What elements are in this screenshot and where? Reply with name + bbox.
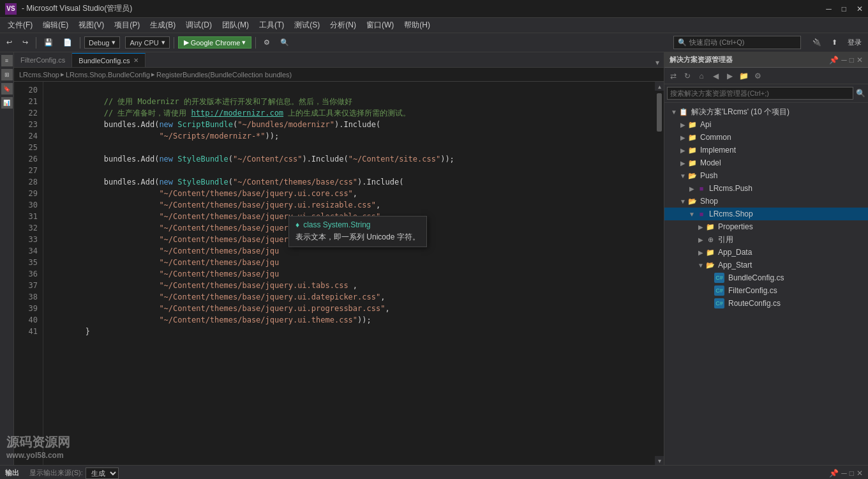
- forward-btn[interactable]: ▶: [723, 70, 736, 82]
- tab-close-icon[interactable]: ✕: [133, 57, 138, 64]
- vs-icon: VS: [5, 3, 17, 15]
- editor-area: FilterConfig.cs BundleConfig.cs ✕ ▾ LRcm…: [14, 52, 664, 465]
- properties-btn[interactable]: ⚙: [751, 70, 764, 82]
- tree-item-references[interactable]: ▶ ⊕ 引用: [664, 233, 868, 246]
- tree-item-push[interactable]: ▼ 📂 Push: [664, 169, 868, 182]
- menu-test[interactable]: 测试(S): [289, 19, 325, 32]
- output-minimize-btn[interactable]: ─: [841, 469, 847, 478]
- tree-item-shop[interactable]: ▼ 📂 Shop: [664, 195, 868, 208]
- output-source-select[interactable]: 生成 调试: [86, 468, 119, 479]
- project-icon: ■: [696, 183, 707, 194]
- menu-help[interactable]: 帮助(H): [399, 19, 435, 32]
- panel-maximize-btn[interactable]: □: [849, 56, 854, 65]
- output-close-btn[interactable]: ✕: [857, 469, 863, 478]
- home-btn[interactable]: ⌂: [695, 70, 708, 82]
- menu-team[interactable]: 团队(M): [217, 19, 254, 32]
- path-bar: LRcms.Shop ▸ LRcms.Shop.BundleConfig ▸ R…: [14, 68, 664, 82]
- menu-build[interactable]: 生成(B): [145, 19, 181, 32]
- tree-item-appdata[interactable]: ▶ 📁 App_Data: [664, 246, 868, 259]
- path-namespace[interactable]: LRcms.Shop: [19, 71, 59, 79]
- toolbar-new[interactable]: 📄: [59, 37, 76, 48]
- menu-project[interactable]: 项目(P): [109, 19, 145, 32]
- toolbar-misc1[interactable]: ⚙: [260, 37, 274, 48]
- code-line: "~/Content/themes/base/jquery.ui.core.cs…: [49, 188, 650, 199]
- debug-config-dropdown[interactable]: Debug ▾: [84, 36, 120, 49]
- tree-item-common[interactable]: ▶ 📁 Common: [664, 131, 868, 144]
- menu-analyze[interactable]: 分析(N): [325, 19, 361, 32]
- tree-item-api[interactable]: ▶ 📁 Api: [664, 118, 868, 131]
- cs-file-icon: C#: [714, 273, 724, 283]
- output-pin-btn[interactable]: 📌: [829, 469, 839, 478]
- menu-file[interactable]: 文件(F): [3, 19, 38, 32]
- tree-item-routeconfig[interactable]: C# RouteConfig.cs: [664, 297, 868, 310]
- scroll-up-btn[interactable]: ▴: [655, 82, 664, 91]
- run-button[interactable]: ▶ Google Chrome ▾: [178, 36, 252, 49]
- toolbar-redo[interactable]: ↪: [19, 37, 32, 48]
- folder-icon: 📁: [687, 145, 698, 155]
- toolbar-login[interactable]: 登录: [844, 36, 865, 49]
- tree-expand-icon: ▶: [678, 134, 687, 141]
- refresh-btn[interactable]: ↻: [681, 70, 694, 82]
- tree-item-appstart[interactable]: ▼ 📂 App_Start: [664, 259, 868, 271]
- menu-view[interactable]: 视图(V): [73, 19, 109, 32]
- maximize-btn[interactable]: □: [842, 4, 846, 13]
- tree-item-properties[interactable]: ▶ 📁 Properties: [664, 220, 868, 233]
- code-line: "~/Content/themes/base/jquery.ui.resizab…: [49, 199, 650, 211]
- tree-item-implement[interactable]: ▶ 📁 Implement: [664, 144, 868, 156]
- server-explorer-icon[interactable]: ≡: [1, 55, 13, 66]
- tab-label: FilterConfig.cs: [20, 56, 65, 64]
- toolbar-sep4: [255, 37, 256, 49]
- folder-icon: 📁: [687, 132, 698, 142]
- tab-bundleconfig[interactable]: BundleConfig.cs ✕: [72, 53, 146, 67]
- tree-item-bundleconfig[interactable]: C# BundleConfig.cs: [664, 271, 868, 284]
- minimize-btn[interactable]: ─: [826, 4, 832, 13]
- tree-expand-icon: ▼: [670, 109, 678, 116]
- output-maximize-btn[interactable]: □: [849, 469, 854, 478]
- toolbar-upload[interactable]: ⬆: [828, 37, 841, 48]
- tab-filterconfig[interactable]: FilterConfig.cs: [14, 53, 72, 67]
- output-title: 输出: [5, 468, 19, 478]
- scroll-down-btn[interactable]: ▾: [655, 456, 664, 465]
- platform-dropdown[interactable]: Any CPU ▾: [125, 36, 169, 49]
- tree-expand-icon: ▶: [687, 185, 696, 192]
- tree-item-model[interactable]: ▶ 📁 Model: [664, 156, 868, 169]
- scroll-thumb[interactable]: [657, 93, 662, 132]
- toolbox-icon[interactable]: ⊞: [1, 69, 13, 80]
- menu-bar: 文件(F) 编辑(E) 视图(V) 项目(P) 生成(B) 调试(D) 团队(M…: [0, 18, 868, 33]
- show-all-files-btn[interactable]: 📁: [737, 70, 750, 82]
- toolbar-save[interactable]: 💾: [40, 37, 57, 48]
- code-line: bundles.Add(new StyleBundle("~/Content/c…: [49, 153, 650, 165]
- tree-item-filterconfig[interactable]: C# FilterConfig.cs: [664, 284, 868, 297]
- code-line: "~/Content/themes/base/jqu: [49, 268, 650, 280]
- code-line: "~/Content/themes/base/jquery.ui.progres…: [49, 303, 650, 314]
- panel-close-btn[interactable]: ✕: [857, 56, 863, 65]
- tab-scroll[interactable]: ▾: [651, 58, 664, 67]
- back-btn[interactable]: ◀: [709, 70, 722, 82]
- bookmark-icon[interactable]: 🔖: [1, 83, 13, 95]
- tree-item-lrcms-shop[interactable]: ▼ ■ LRcms.Shop: [664, 208, 868, 220]
- toolbar-undo[interactable]: ↩: [3, 37, 16, 48]
- diagnostics-icon[interactable]: 📊: [1, 97, 13, 109]
- toolbar-misc2[interactable]: 🔍: [276, 37, 293, 48]
- tree-view[interactable]: ▼ 📋 解决方案'LRcms' (10 个项目) ▶ 📁 Api ▶ 📁 Com…: [664, 103, 868, 465]
- panel-minimize-btn[interactable]: ─: [841, 56, 847, 65]
- solution-search-input[interactable]: [667, 87, 853, 100]
- sync-with-editor-btn[interactable]: ⇄: [667, 70, 680, 82]
- close-btn[interactable]: ✕: [857, 4, 863, 13]
- path-method[interactable]: RegisterBundles(BundleCollection bundles…: [156, 71, 292, 79]
- folder-icon: 📁: [705, 247, 715, 257]
- tree-expand-icon: ▶: [696, 236, 705, 243]
- path-class[interactable]: LRcms.Shop.BundleConfig: [66, 71, 150, 79]
- quick-launch[interactable]: 🔍 快速启动 (Ctrl+Q): [673, 36, 801, 49]
- menu-tools[interactable]: 工具(T): [254, 19, 289, 32]
- toolbar-ext[interactable]: 🔌: [809, 37, 825, 48]
- vertical-scrollbar[interactable]: ▴ ▾: [655, 82, 664, 465]
- code-content[interactable]: // 使用 Modernizr 的开发版本进行开发和了解信息。然后，当你做好 /…: [43, 82, 655, 465]
- menu-window[interactable]: 窗口(W): [361, 19, 399, 32]
- tree-item-lrcms-push[interactable]: ▶ ■ LRcms.Push: [664, 182, 868, 195]
- tree-expand-icon: ▶: [678, 121, 687, 128]
- menu-edit[interactable]: 编辑(E): [38, 19, 73, 32]
- menu-debug[interactable]: 调试(D): [181, 19, 217, 32]
- panel-pin-btn[interactable]: 📌: [829, 56, 839, 65]
- tree-solution-root[interactable]: ▼ 📋 解决方案'LRcms' (10 个项目): [664, 105, 868, 118]
